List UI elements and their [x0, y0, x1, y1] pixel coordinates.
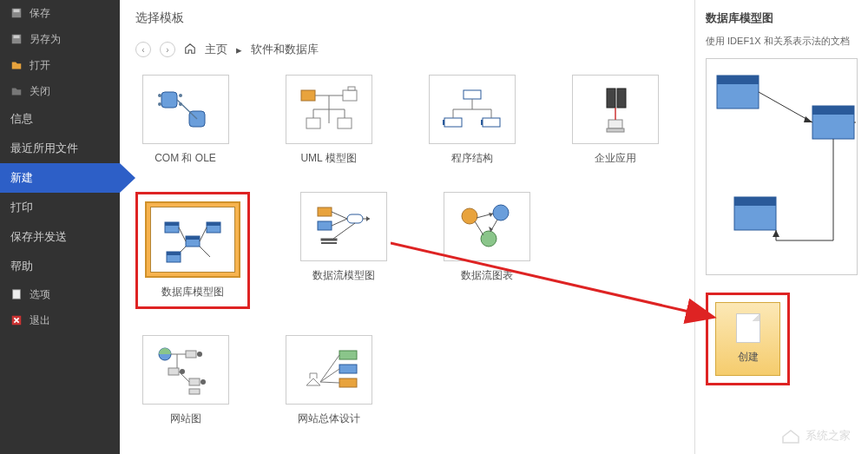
template-grid: COM 和 OLE UML 模型图 程序结构 企业应用	[135, 75, 679, 426]
svg-line-48	[200, 247, 210, 257]
sidebar-save[interactable]: 保存	[0, 0, 120, 26]
svg-line-90	[759, 92, 812, 122]
template-label: COM 和 OLE	[155, 151, 216, 166]
breadcrumb-current[interactable]: 软件和数据库	[251, 42, 319, 57]
breadcrumb-home[interactable]: 主页	[205, 42, 227, 57]
svg-rect-33	[617, 89, 626, 108]
template-thumb	[142, 75, 229, 144]
svg-rect-42	[186, 236, 200, 240]
svg-line-81	[320, 355, 339, 382]
svg-point-9	[158, 94, 161, 97]
template-dataflow-chart[interactable]: 数据流图表	[437, 192, 536, 309]
template-com-ole[interactable]: COM 和 OLE	[135, 75, 235, 166]
template-uml[interactable]: UML 模型图	[279, 75, 378, 166]
svg-point-73	[201, 379, 206, 385]
save-as-icon	[10, 33, 23, 45]
home-icon[interactable]	[184, 43, 196, 57]
svg-rect-49	[318, 207, 332, 216]
template-thumb-selected	[145, 201, 240, 278]
sidebar-new[interactable]: 新建	[0, 163, 120, 193]
sidebar: 保存 另存为 打开 关闭 信息 最近所用文件 新建 打印 保存并发送 帮助 选项…	[0, 0, 120, 454]
close-icon	[10, 85, 23, 97]
svg-point-60	[493, 205, 509, 220]
svg-rect-38	[165, 222, 179, 226]
page-icon	[736, 313, 760, 343]
svg-rect-70	[168, 368, 179, 375]
template-thumb	[286, 335, 372, 405]
svg-line-83	[320, 382, 339, 383]
svg-line-47	[181, 247, 186, 252]
section-label: 新建	[10, 170, 33, 186]
template-enterprise[interactable]: 企业应用	[565, 75, 665, 166]
svg-rect-40	[207, 222, 220, 226]
panel-description: 使用 IDEF1X 和关系表示法的文档	[706, 35, 858, 48]
open-icon	[10, 59, 23, 71]
template-thumb	[429, 75, 516, 144]
svg-marker-91	[804, 116, 812, 122]
sidebar-item-label: 选项	[30, 287, 50, 302]
sidebar-help[interactable]: 帮助	[0, 252, 120, 281]
template-label: UML 模型图	[300, 151, 356, 166]
template-website-overall[interactable]: 网站总体设计	[279, 335, 378, 426]
template-website-map[interactable]: 网站图	[135, 335, 235, 426]
sidebar-item-label: 退出	[30, 313, 50, 328]
sidebar-open[interactable]: 打开	[0, 52, 120, 78]
section-label: 帮助	[10, 259, 33, 274]
svg-rect-34	[608, 120, 622, 128]
nav-back-button[interactable]: ‹	[135, 42, 151, 57]
svg-rect-4	[13, 290, 21, 299]
svg-rect-51	[347, 214, 363, 223]
svg-rect-53	[321, 242, 337, 244]
section-label: 最近所用文件	[10, 141, 78, 156]
watermark-text: 系统之家	[806, 428, 851, 444]
template-thumb	[286, 75, 372, 144]
sidebar-exit[interactable]: 退出	[0, 307, 120, 333]
template-label: 网站图	[170, 411, 201, 426]
save-icon	[10, 7, 23, 19]
svg-line-56	[333, 223, 355, 239]
sidebar-close[interactable]: 关闭	[0, 78, 120, 104]
svg-rect-26	[443, 120, 444, 125]
svg-point-69	[197, 352, 202, 357]
svg-line-45	[179, 227, 186, 241]
svg-line-46	[200, 227, 207, 241]
nav-forward-button[interactable]: ›	[160, 42, 175, 57]
svg-rect-85	[717, 76, 759, 84]
svg-rect-79	[339, 365, 357, 373]
svg-rect-16	[306, 118, 320, 128]
template-database-model[interactable]: 数据库模型图	[135, 192, 250, 309]
sidebar-print[interactable]: 打印	[0, 193, 120, 222]
template-thumb	[142, 335, 229, 405]
svg-rect-78	[339, 351, 357, 359]
right-panel: 数据库模型图 使用 IDEF1X 和关系表示法的文档 创建	[694, 0, 868, 454]
sidebar-save-as[interactable]: 另存为	[0, 26, 120, 52]
template-label: 企业应用	[595, 151, 636, 166]
main-content: 选择模板 ‹ › 主页 ▸ 软件和数据库 COM 和 OLE UML 模型图 程…	[120, 0, 694, 454]
template-dataflow-model[interactable]: 数据流模型图	[293, 192, 393, 309]
template-label: 数据库模型图	[161, 285, 224, 299]
svg-point-11	[179, 94, 182, 97]
svg-point-10	[158, 102, 161, 106]
svg-rect-74	[189, 389, 200, 394]
svg-rect-35	[607, 128, 624, 132]
sidebar-save-send[interactable]: 保存并发送	[0, 222, 120, 252]
page-title: 选择模板	[135, 10, 679, 26]
svg-rect-14	[343, 90, 357, 101]
breadcrumb: ‹ › 主页 ▸ 软件和数据库	[135, 42, 679, 57]
sidebar-item-label: 保存	[30, 6, 50, 21]
create-button[interactable]: 创建	[715, 302, 780, 376]
svg-rect-25	[483, 118, 500, 127]
svg-rect-50	[318, 221, 332, 230]
svg-point-12	[179, 102, 182, 106]
svg-rect-24	[444, 118, 462, 127]
section-label: 打印	[10, 200, 33, 215]
sidebar-recent[interactable]: 最近所用文件	[0, 134, 120, 163]
svg-rect-32	[607, 89, 615, 108]
sidebar-options[interactable]: 选项	[0, 281, 120, 307]
section-label: 保存并发送	[10, 229, 67, 245]
template-program-structure[interactable]: 程序结构	[422, 75, 522, 166]
svg-rect-23	[464, 90, 481, 99]
template-preview	[706, 58, 858, 275]
sidebar-item-label: 打开	[30, 58, 50, 73]
sidebar-info[interactable]: 信息	[0, 104, 120, 134]
